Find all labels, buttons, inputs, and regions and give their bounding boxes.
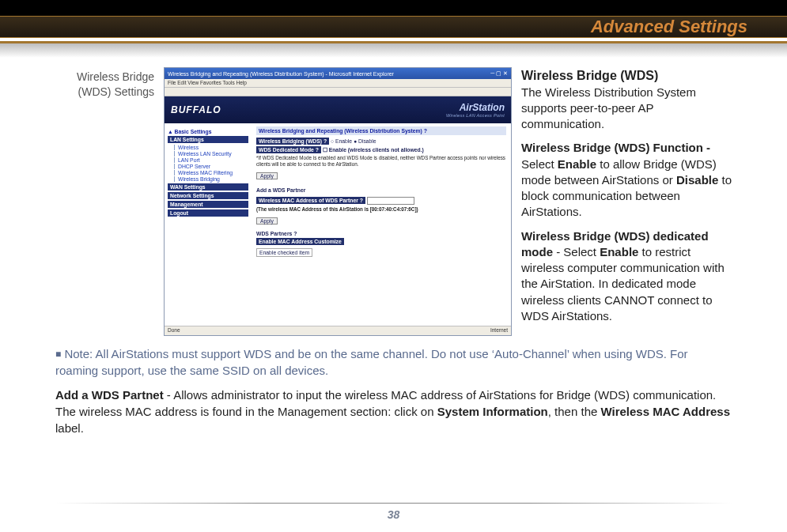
desc-p1: The Wireless Distribution System support…	[521, 85, 696, 131]
description-column: Wireless Bridge (WDS) The Wireless Distr…	[521, 67, 732, 332]
page-title: Advanced Settings	[591, 17, 747, 37]
row-wds: Wireless Bridging (WDS) ?	[256, 138, 329, 145]
brand-bar: BUFFALO AirStation Wireless LAN Access P…	[165, 96, 511, 123]
sidebar-wan[interactable]: WAN Settings	[168, 183, 248, 191]
status-left: Done	[168, 327, 180, 334]
mac-note: (The wireless MAC Address of this AirSta…	[256, 206, 506, 213]
add-partner-paragraph: Add a WDS Partnet - Allows administrator…	[55, 387, 732, 436]
sidebar-basic[interactable]: ▲ Basic Settings	[168, 129, 248, 134]
brand-airstation: AirStation Wireless LAN Access Point	[446, 102, 505, 118]
sidebar-logout[interactable]: Logout	[168, 209, 248, 217]
lower-text: ■ Note: All AirStations must support WDS…	[55, 345, 732, 436]
config-main: Wireless Bridging and Repeating (Wireles…	[252, 123, 511, 326]
note-line: ■ Note: All AirStations must support WDS…	[55, 345, 732, 379]
page-number: 38	[0, 508, 787, 521]
toolbar[interactable]	[165, 88, 511, 96]
mac-input[interactable]	[367, 197, 414, 205]
sidebar-item[interactable]: Wireless MAC Filtering	[174, 170, 248, 175]
figure-caption: Wireless Bridge (WDS) Settings	[55, 67, 154, 100]
partners-table-header: Enable MAC Address Customize	[256, 238, 344, 245]
brand-buffalo: BUFFALO	[171, 104, 221, 115]
section-add-partner: Add a WDS Partner	[256, 186, 506, 194]
desc-p3: Wireless Bridge (WDS) dedicated mode - S…	[521, 228, 732, 325]
wds-options[interactable]: ○ Enable ● Disable	[331, 138, 376, 144]
footer-rule	[55, 503, 732, 504]
sidebar-lan[interactable]: LAN Settings	[168, 136, 248, 143]
embedded-screenshot: Wireless Bridging and Repeating (Wireles…	[164, 67, 512, 336]
window-controls[interactable]: ─ ▢ ✕	[490, 70, 508, 77]
section-partners: WDS Partners ?	[256, 231, 506, 236]
sidebar-network[interactable]: Network Settings	[168, 192, 248, 199]
sidebar-item[interactable]: DHCP Server	[174, 164, 248, 169]
partners-row[interactable]: Enable checked item	[256, 248, 312, 257]
window-title: Wireless Bridging and Repeating (Wireles…	[168, 71, 394, 77]
sidebar-item[interactable]: Wireless LAN Security	[174, 151, 248, 157]
row-dedicated: WDS Dedicated Mode ?	[256, 146, 321, 153]
dedicated-option[interactable]: ☐ Enable (wireless clients not allowed.)	[323, 147, 424, 153]
apply-button[interactable]: Apply	[256, 172, 278, 179]
row-mac: Wireless MAC Address of WDS Partner ?	[256, 197, 365, 204]
sidebar-item[interactable]: Wireless	[174, 145, 248, 150]
apply-button-2[interactable]: Apply	[256, 217, 278, 224]
dedicated-note: *If WDS Dedicated Mode is enabled and WD…	[256, 155, 506, 168]
desc-p2: Wireless Bridge (WDS) Function - Select …	[521, 140, 732, 220]
panel-title: Wireless Bridging and Repeating (Wireles…	[256, 126, 506, 135]
header-band: Advanced Settings	[0, 0, 787, 59]
menu-bar[interactable]: File Edit View Favorites Tools Help	[165, 79, 511, 88]
sidebar-management[interactable]: Management	[168, 201, 248, 208]
desc-heading: Wireless Bridge (WDS)	[521, 69, 658, 82]
status-right: Internet	[490, 327, 508, 334]
config-sidebar: ▲ Basic Settings LAN Settings Wireless W…	[165, 123, 252, 326]
sidebar-item[interactable]: Wireless Bridging	[174, 176, 248, 182]
sidebar-item[interactable]: LAN Port	[174, 157, 248, 163]
